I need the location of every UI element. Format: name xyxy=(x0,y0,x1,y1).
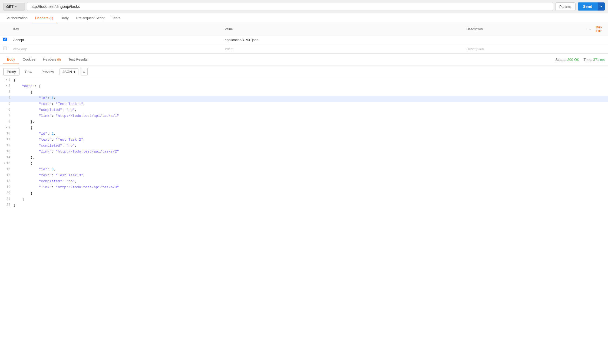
send-button[interactable]: Send xyxy=(578,2,598,11)
line-number-11: 11 xyxy=(0,137,14,143)
wrap-button[interactable]: ≡ xyxy=(81,68,88,75)
send-dropdown-button[interactable]: ▾ xyxy=(598,2,605,11)
accept-value-cell[interactable]: application/x..v3+json xyxy=(222,35,463,44)
resp-tab-headers-badge: (8) xyxy=(57,58,61,61)
line-number-10: 10 xyxy=(0,131,14,137)
code-line-21: 21 ] xyxy=(0,197,608,203)
resp-tab-headers[interactable]: Headers (8) xyxy=(39,55,65,64)
pretty-view-button[interactable]: Pretty xyxy=(3,68,19,75)
code-line-15: ▾15 { xyxy=(0,161,608,167)
code-content-16: "id": 3, xyxy=(14,167,608,173)
resp-tab-body[interactable]: Body xyxy=(3,55,19,64)
top-bar: GET ▾ Params Send ▾ xyxy=(0,0,608,13)
code-content-3: { xyxy=(14,90,608,96)
accept-checkbox-cell xyxy=(0,35,10,44)
code-line-16: 16 "id": 3, xyxy=(0,167,608,173)
code-line-6: 6 "completed": "no", xyxy=(0,108,608,114)
tab-authorization-label: Authorization xyxy=(7,16,28,20)
wrap-icon: ≡ xyxy=(83,70,85,74)
line-number-17: 17 xyxy=(0,173,14,179)
response-section: Body Cookies Headers (8) Test Results St… xyxy=(0,53,608,209)
time-label: Time: 371 ms xyxy=(584,58,605,62)
code-content-21: ] xyxy=(14,197,608,203)
code-content-8: }, xyxy=(14,120,608,125)
code-line-7: 7 "link": "http://todo.test/api/tasks/1" xyxy=(0,114,608,120)
code-line-18: 18 "completed": "no", xyxy=(0,179,608,185)
code-content-12: "completed": "no", xyxy=(14,143,608,149)
tab-tests[interactable]: Tests xyxy=(108,13,124,23)
response-body-toolbar: Pretty Raw Preview JSON ▾ ≡ xyxy=(0,66,608,78)
method-label: GET xyxy=(6,5,14,9)
line-number-9: ▾9 xyxy=(0,125,14,131)
fold-arrow-2[interactable]: ▾ xyxy=(6,84,7,87)
code-line-12: 12 "completed": "no", xyxy=(0,143,608,149)
code-content-9: { xyxy=(14,125,608,131)
new-value-cell[interactable]: Value xyxy=(222,44,463,53)
value-col-header: Value xyxy=(222,23,463,35)
method-selector[interactable]: GET ▾ xyxy=(3,3,25,11)
new-row-checkbox xyxy=(3,47,7,50)
tab-body[interactable]: Body xyxy=(57,13,72,23)
resp-tab-cookies[interactable]: Cookies xyxy=(19,55,39,64)
resp-tab-cookies-label: Cookies xyxy=(23,57,35,61)
preview-view-button[interactable]: Preview xyxy=(38,68,57,75)
accept-key-cell[interactable]: Accept xyxy=(10,35,222,44)
status-value: 200 OK xyxy=(567,58,579,62)
accept-description-cell xyxy=(463,35,584,44)
bulk-edit-link[interactable]: Bulk Edit xyxy=(596,25,605,33)
line-number-22: 22 xyxy=(0,203,14,209)
key-col-header: Key xyxy=(10,23,222,35)
code-line-17: 17 "text": "Test Task 3", xyxy=(0,173,608,179)
format-selector[interactable]: JSON ▾ xyxy=(60,68,78,75)
fold-arrow-15[interactable]: ▾ xyxy=(4,161,5,165)
line-number-13: 13 xyxy=(0,149,14,155)
code-content-2: "data": [ xyxy=(14,84,608,90)
time-value: 371 ms xyxy=(593,58,605,62)
fold-arrow-9[interactable]: ▾ xyxy=(6,126,7,129)
format-chevron-icon: ▾ xyxy=(74,70,75,74)
accept-checkbox[interactable] xyxy=(3,38,7,41)
new-description-cell[interactable]: Description xyxy=(463,44,584,53)
tab-prerequest[interactable]: Pre-request Script xyxy=(72,13,108,23)
new-header-row: New key Value Description xyxy=(0,44,608,53)
line-number-6: 6 xyxy=(0,108,14,114)
tab-headers[interactable]: Headers (1) xyxy=(31,13,57,23)
code-line-11: 11 "text": "Test Task 2", xyxy=(0,137,608,143)
code-content-14: }, xyxy=(14,155,608,161)
code-line-13: 13 "link": "http://todo.test/api/tasks/2… xyxy=(0,149,608,155)
code-content-18: "completed": "no", xyxy=(14,179,608,185)
fold-arrow-1[interactable]: ▾ xyxy=(6,78,7,81)
line-number-3: 3 xyxy=(0,90,14,96)
response-header: Body Cookies Headers (8) Test Results St… xyxy=(0,54,608,66)
more-options-icon[interactable]: ··· xyxy=(587,27,591,31)
code-content-22: } xyxy=(14,203,608,209)
line-number-12: 12 xyxy=(0,143,14,149)
code-content-11: "text": "Test Task 2", xyxy=(14,137,608,143)
tab-prerequest-label: Pre-request Script xyxy=(76,16,105,20)
url-input[interactable] xyxy=(27,2,553,11)
tab-headers-label: Headers xyxy=(35,16,48,20)
code-line-3: 3 { xyxy=(0,90,608,96)
new-key-cell[interactable]: New key xyxy=(10,44,222,53)
new-key-placeholder: New key xyxy=(13,47,27,51)
tab-tests-label: Tests xyxy=(112,16,120,20)
tab-authorization[interactable]: Authorization xyxy=(3,13,31,23)
response-tabs: Body Cookies Headers (8) Test Results xyxy=(3,55,91,64)
code-content-6: "completed": "no", xyxy=(14,108,608,114)
line-number-14: 14 xyxy=(0,155,14,161)
code-content-13: "link": "http://todo.test/api/tasks/2" xyxy=(14,149,608,155)
raw-view-button[interactable]: Raw xyxy=(22,68,36,75)
code-content-19: "link": "http://todo.test/api/tasks/3" xyxy=(14,185,608,191)
code-content-7: "link": "http://todo.test/api/tasks/1" xyxy=(14,114,608,120)
response-status: Status: 200 OK Time: 371 ms xyxy=(556,58,605,62)
headers-section: Key Value Description ··· Bulk Edit xyxy=(0,23,608,53)
code-content-5: "text": "Test Task 1", xyxy=(14,102,608,108)
code-line-8: 8 }, xyxy=(0,120,608,125)
resp-tab-test-results[interactable]: Test Results xyxy=(65,55,91,64)
line-number-2: ▾2 xyxy=(0,84,14,90)
line-number-19: 19 xyxy=(0,185,14,191)
checkbox-col-header xyxy=(0,23,10,35)
params-button[interactable]: Params xyxy=(555,2,576,11)
resp-tab-test-results-label: Test Results xyxy=(68,57,88,61)
code-line-1: ▾1{ xyxy=(0,78,608,84)
